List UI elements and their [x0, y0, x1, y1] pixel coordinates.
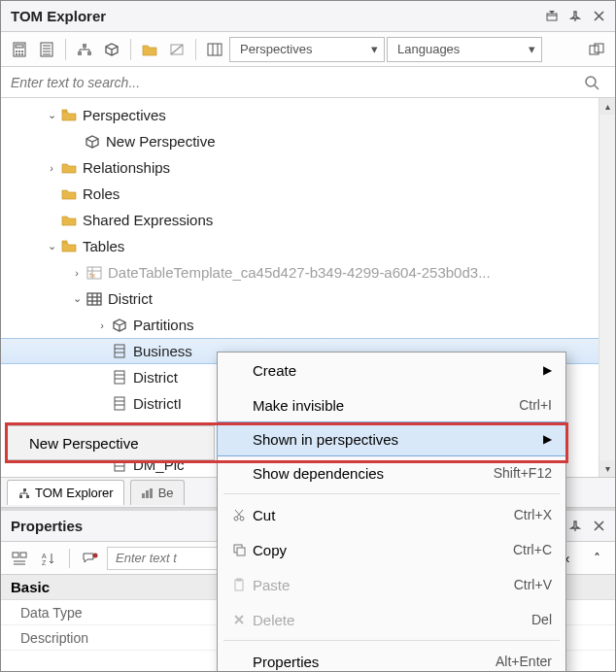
pin-icon[interactable] — [565, 6, 586, 27]
tree-node-tables[interactable]: ⌄ Tables — [1, 233, 599, 259]
tree-search — [1, 67, 615, 98]
toolbar-separator — [130, 39, 131, 60]
tree-node-shared-expressions[interactable]: Shared Expressions — [1, 207, 599, 233]
svg-rect-70 — [237, 579, 241, 581]
svg-point-25 — [586, 77, 596, 86]
tree-node-new-perspective[interactable]: New Perspective — [1, 128, 599, 154]
tab-label: Be — [158, 486, 174, 500]
perspectives-combo-label: Perspectives — [240, 42, 361, 56]
folder-icon — [59, 240, 79, 252]
svg-rect-52 — [146, 490, 149, 498]
toolbar-separator — [65, 39, 66, 60]
tom-explorer-toolbar: Perspectives ▾ Languages ▾ — [1, 32, 615, 67]
chevron-up-icon[interactable]: ˄ — [584, 546, 609, 571]
scroll-up-icon[interactable]: ▴ — [599, 98, 615, 115]
svg-text:fx: fx — [89, 271, 95, 280]
cube-icon — [83, 134, 102, 150]
close-icon[interactable] — [588, 516, 609, 537]
expander-icon[interactable]: › — [44, 162, 59, 174]
toolbar-calc-icon[interactable] — [7, 37, 32, 62]
search-icon[interactable] — [584, 75, 607, 90]
toolbar-folder-icon[interactable] — [137, 37, 162, 62]
svg-rect-16 — [78, 51, 82, 55]
tree-icon — [17, 487, 29, 499]
copy-icon — [225, 543, 253, 556]
expander-icon[interactable]: ⌄ — [69, 292, 85, 305]
window-options-icon[interactable] — [541, 6, 563, 27]
categorize-icon[interactable] — [7, 546, 32, 571]
menu-shown-in-perspectives[interactable]: Shown in perspectives ▶ — [217, 421, 566, 456]
submenu-arrow-icon: ▶ — [536, 363, 552, 377]
search-input[interactable] — [9, 74, 584, 91]
svg-rect-68 — [237, 548, 245, 555]
svg-rect-50 — [26, 495, 29, 498]
svg-rect-20 — [208, 44, 222, 55]
tab-label: TOM Explorer — [35, 486, 114, 500]
svg-rect-0 — [547, 14, 557, 20]
toolbar-hierarchy-icon[interactable] — [72, 37, 97, 62]
svg-point-7 — [16, 53, 17, 55]
tree-node-roles[interactable]: Roles — [1, 181, 599, 207]
perspectives-combo[interactable]: Perspectives ▾ — [229, 37, 385, 62]
expander-icon[interactable]: › — [94, 319, 110, 331]
tom-explorer-titlebar: TOM Explorer — [1, 1, 615, 32]
svg-text:Z: Z — [42, 559, 47, 565]
close-icon[interactable] — [588, 6, 609, 27]
tree-node-district[interactable]: ⌄ District — [1, 286, 599, 312]
svg-point-4 — [16, 50, 17, 52]
svg-rect-39 — [115, 371, 124, 384]
scroll-down-icon[interactable]: ▾ — [599, 460, 615, 477]
svg-rect-49 — [19, 495, 22, 498]
toolbar-list-icon[interactable] — [34, 37, 59, 62]
filter-msg-icon[interactable] — [78, 546, 103, 571]
menu-make-invisible[interactable]: Make invisible Ctrl+I — [218, 387, 565, 422]
toolbar-separator — [69, 549, 70, 568]
toolbar-cube-icon[interactable] — [99, 37, 124, 62]
svg-rect-36 — [115, 345, 124, 357]
svg-point-65 — [234, 517, 238, 521]
svg-rect-69 — [235, 580, 243, 590]
svg-rect-53 — [150, 488, 153, 498]
toolbar-separator — [195, 39, 196, 60]
menu-cut[interactable]: Cut Ctrl+X — [218, 497, 565, 532]
column-icon — [110, 370, 129, 385]
paste-icon — [225, 578, 253, 591]
tree-node-partitions[interactable]: › Partitions — [1, 312, 599, 338]
toolbar-overflow-icon[interactable] — [584, 37, 609, 62]
menu-separator — [223, 493, 560, 494]
chart-icon — [141, 487, 153, 499]
tree-node-relationships[interactable]: › Relationships — [1, 154, 599, 181]
svg-line-26 — [595, 85, 599, 89]
menu-copy[interactable]: Copy Ctrl+C — [218, 532, 565, 567]
toolbar-columns-icon[interactable] — [202, 37, 227, 62]
expander-icon[interactable]: ⌄ — [44, 240, 59, 252]
svg-rect-17 — [87, 51, 91, 55]
cube-icon — [110, 318, 129, 333]
chevron-down-icon: ▾ — [371, 42, 378, 56]
folder-icon — [59, 161, 79, 174]
sort-az-icon[interactable]: AZ — [36, 546, 61, 571]
tab-best-practices[interactable]: Be — [130, 480, 185, 505]
languages-combo-label: Languages — [397, 42, 519, 56]
svg-rect-57 — [20, 553, 26, 557]
languages-combo[interactable]: Languages ▾ — [387, 37, 542, 62]
svg-point-5 — [18, 50, 20, 52]
delete-icon — [225, 613, 253, 626]
svg-point-6 — [21, 50, 23, 52]
tree-scrollbar[interactable]: ▴ ▾ — [599, 98, 615, 477]
svg-rect-42 — [115, 397, 124, 410]
menu-separator — [223, 640, 560, 641]
expander-icon[interactable]: ⌄ — [44, 109, 59, 121]
expander-icon[interactable]: › — [69, 267, 85, 279]
column-icon — [110, 344, 129, 358]
pin-icon[interactable] — [565, 516, 586, 537]
toolbar-hide-icon[interactable] — [164, 37, 189, 62]
tab-tom-explorer[interactable]: TOM Explorer — [7, 480, 124, 505]
tree-node-date-template[interactable]: › fx DateTableTemplate_ca45d427-b349-429… — [1, 259, 599, 286]
menu-show-dependencies[interactable]: Show dependencies Shift+F12 — [218, 455, 565, 490]
menu-properties[interactable]: Properties Alt+Enter — [218, 644, 565, 672]
tree-node-perspectives[interactable]: ⌄ Perspectives — [1, 102, 599, 128]
menu-create[interactable]: Create ▶ — [218, 353, 565, 387]
svg-rect-56 — [13, 553, 18, 557]
table-fx-icon: fx — [85, 266, 104, 280]
